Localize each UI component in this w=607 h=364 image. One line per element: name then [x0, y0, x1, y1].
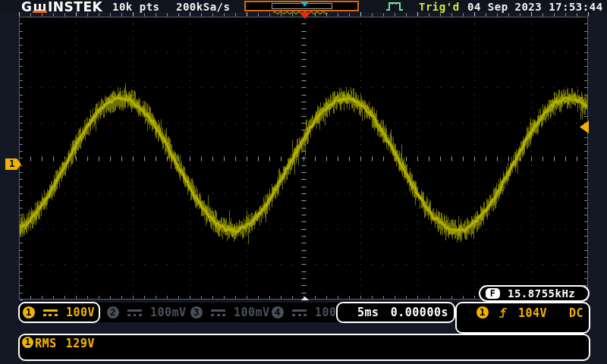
frequency-value: 15.8755kHz — [508, 287, 575, 300]
channel-1-status[interactable]: 1 100V — [18, 302, 100, 323]
channel-1-badge: 1 — [23, 306, 35, 318]
trigger-readout[interactable]: 1 104V DC — [455, 302, 590, 334]
channel-1-scale: 100V — [66, 306, 95, 319]
frequency-badge: F — [486, 288, 500, 299]
channel-2-badge: 2 — [107, 306, 119, 318]
trigger-status: Trig'd — [419, 1, 460, 13]
channel-4-badge: 4 — [272, 306, 284, 318]
memory-bar[interactable] — [244, 1, 359, 11]
datetime: 04 Sep 2023 17:53:44 — [467, 1, 603, 13]
measurement-bar[interactable]: 1 RMS 129V — [18, 334, 590, 361]
logo-instek: INSTEK — [48, 0, 102, 14]
measurement-value: 129V — [66, 337, 95, 350]
dc-coupling-icon — [211, 309, 225, 316]
timebase-readout[interactable]: 5ms 0.00000s — [336, 302, 455, 323]
memory-expansion-window[interactable] — [272, 3, 332, 9]
channel-2-scale: 100mV — [150, 306, 187, 319]
brand-logo: GшINSTEK — [21, 0, 102, 14]
trigger-coupling: DC — [569, 306, 583, 320]
channel-3-badge: 3 — [190, 306, 203, 318]
top-status-bar: GшINSTEK 10k pts 200kSa/s Trig'd 04 Sep … — [0, 0, 607, 12]
acquisition-depth: 10k pts — [112, 1, 160, 13]
trigger-source-badge: 1 — [476, 306, 489, 318]
measurement-label: RMS — [35, 337, 57, 350]
frequency-counter: F 15.8755kHz — [479, 285, 590, 302]
rising-edge-icon — [498, 307, 508, 318]
timebase-scale: 5ms — [357, 306, 379, 319]
logo-w-mark: ш — [32, 0, 48, 14]
sample-rate: 200kSa/s — [176, 1, 230, 13]
channel-3-scale: 100mV — [234, 306, 270, 319]
dc-coupling-icon — [43, 309, 58, 316]
trigger-pulse-icon — [385, 1, 404, 11]
channel-2-status[interactable]: 2 100mV — [102, 303, 182, 322]
channel-4-status[interactable]: 4 100mV — [267, 303, 335, 322]
horizontal-position: 0.00000s — [391, 306, 448, 319]
dc-coupling-icon — [292, 309, 307, 316]
measurement-channel-badge: 1 — [22, 337, 33, 348]
dc-coupling-icon — [127, 309, 142, 316]
channel-3-status[interactable]: 3 100mV — [186, 303, 266, 322]
logo-letter-g: G — [21, 0, 32, 14]
oscilloscope-screen: GшINSTEK 10k pts 200kSa/s Trig'd 04 Sep … — [0, 0, 607, 364]
trigger-level: 104V — [518, 306, 547, 320]
